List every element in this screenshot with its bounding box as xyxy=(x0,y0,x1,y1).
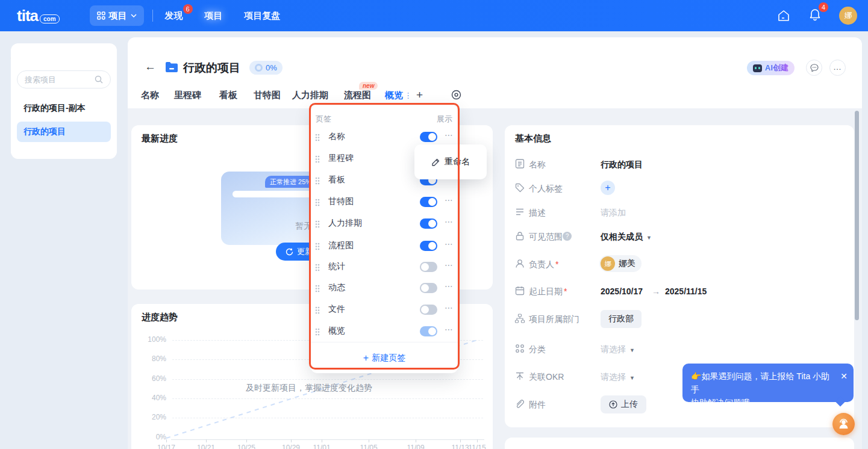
nav-item-project-review[interactable]: 项目复盘 xyxy=(245,10,281,22)
tab-flowchart[interactable]: 流程图 xyxy=(344,90,371,101)
add-tag-button[interactable]: + xyxy=(601,181,615,195)
upload-button[interactable]: 上传 xyxy=(601,395,646,413)
end-date[interactable]: 2025/11/15 xyxy=(665,286,707,296)
search-input[interactable] xyxy=(25,75,91,84)
row-more-button[interactable]: ⋯ xyxy=(445,260,454,270)
row-more-button[interactable]: ⋯ xyxy=(445,324,454,334)
drag-handle-icon[interactable] xyxy=(315,263,320,274)
required-asterisk: * xyxy=(564,286,567,296)
panel-row-label: 看板 xyxy=(328,175,345,185)
tab-overview-menu-icon[interactable]: ⋮ xyxy=(404,91,413,100)
user-avatar[interactable]: 娜 xyxy=(839,7,857,25)
tag-icon xyxy=(514,182,525,193)
tab-milestone[interactable]: 里程碑 xyxy=(174,90,201,101)
vertical-scrollbar[interactable] xyxy=(855,111,859,320)
help-icon[interactable]: ? xyxy=(563,232,572,241)
ai-badge-label: AI创建 xyxy=(765,63,788,73)
project-progress-badge: 0% xyxy=(249,61,283,75)
notifications-button[interactable]: 4 xyxy=(808,7,822,24)
paperclip-icon xyxy=(514,398,525,409)
visibility-value[interactable]: 仅相关成员▼ xyxy=(601,232,652,243)
tab-kanban[interactable]: 看板 xyxy=(219,90,237,101)
show-toggle[interactable] xyxy=(420,197,437,207)
toast-close-button[interactable]: ✕ xyxy=(840,370,848,383)
show-toggle[interactable] xyxy=(420,241,437,251)
info-label-name: 名称 xyxy=(529,159,546,170)
department-pill[interactable]: 行政部 xyxy=(601,310,642,328)
drag-handle-icon[interactable] xyxy=(315,284,320,295)
owner-label-text: 负责人 xyxy=(529,259,554,269)
row-more-button[interactable]: ⋯ xyxy=(445,239,454,249)
folder-icon xyxy=(165,61,178,73)
info-value-name[interactable]: 行政的项目 xyxy=(601,159,643,170)
app-switcher[interactable]: 项目 xyxy=(90,5,144,26)
row-more-button[interactable]: ⋯ xyxy=(445,130,454,140)
row-more-button[interactable]: ⋯ xyxy=(445,303,454,312)
drag-handle-icon[interactable] xyxy=(315,220,320,231)
info-label-attachment: 附件 xyxy=(529,400,546,410)
row-more-button[interactable]: ⋯ xyxy=(445,217,454,226)
latest-progress-title: 最新进度 xyxy=(142,133,178,144)
drag-handle-icon[interactable] xyxy=(315,242,320,253)
add-tab-footer-button[interactable]: + 新建页签 xyxy=(311,342,458,373)
info-label-description: 描述 xyxy=(529,208,546,218)
show-toggle[interactable] xyxy=(420,262,437,272)
assistant-floating-button[interactable] xyxy=(832,413,855,435)
refresh-icon xyxy=(286,248,293,256)
description-placeholder[interactable]: 请添加 xyxy=(601,208,626,218)
start-date[interactable]: 2025/10/17 xyxy=(601,286,643,296)
drag-handle-icon[interactable] xyxy=(315,198,320,209)
row-more-button[interactable]: ⋯ xyxy=(445,281,454,291)
comment-button[interactable] xyxy=(806,60,822,76)
tab-gantt[interactable]: 甘特图 xyxy=(254,90,281,101)
nav-item-discover[interactable]: 发现 6 xyxy=(165,10,183,22)
drag-handle-icon[interactable] xyxy=(315,176,320,187)
category-icon xyxy=(514,343,525,354)
sidebar-item-project-active[interactable]: 行政的项目 xyxy=(17,122,111,142)
nav-item-projects[interactable]: 项目 xyxy=(205,10,223,22)
project-search[interactable] xyxy=(17,70,111,88)
illustration-tooltip: 正常推进 25% xyxy=(265,176,316,188)
sidebar-item-project-copy[interactable]: 行政的项目-副本 xyxy=(23,103,86,114)
add-tab-button[interactable]: + xyxy=(416,88,423,102)
caret-down-icon: ▼ xyxy=(646,235,652,241)
show-toggle[interactable] xyxy=(420,326,437,336)
home-icon[interactable] xyxy=(776,8,791,23)
info-label-dates: 起止日期* xyxy=(529,286,567,297)
more-actions-button[interactable]: … xyxy=(829,60,846,76)
tab-settings-icon[interactable] xyxy=(451,90,461,100)
owner-chip[interactable]: 娜 娜美 xyxy=(599,255,642,272)
panel-row-label: 文件 xyxy=(328,304,345,315)
show-toggle[interactable] xyxy=(420,218,437,229)
panel-row-flowchart: 流程图 ⋯ xyxy=(311,238,458,253)
tab-overview[interactable]: 概览 xyxy=(385,90,403,101)
okr-select[interactable]: 请选择▼ xyxy=(601,372,635,383)
show-toggle[interactable] xyxy=(420,305,437,315)
drag-handle-icon[interactable] xyxy=(315,133,320,144)
row-more-button[interactable]: ⋯ xyxy=(445,195,454,205)
progress-value: 0% xyxy=(266,63,277,72)
tab-name[interactable]: 名称 xyxy=(141,90,159,101)
nav-divider xyxy=(152,10,153,22)
show-toggle[interactable] xyxy=(420,132,437,142)
required-asterisk: * xyxy=(555,259,558,269)
panel-row-workforce: 人力排期 ⋯ xyxy=(311,216,458,231)
category-select[interactable]: 请选择▼ xyxy=(601,344,635,355)
search-icon xyxy=(95,75,103,84)
panel-row-label: 甘特图 xyxy=(328,196,354,207)
top-navbar: tita com 项目 发现 6 项目 项目复盘 4 娜 xyxy=(0,0,868,31)
rename-menu-item[interactable]: 重命名 xyxy=(414,144,487,179)
toast-line1: 👉如果遇到问题，请上报给 Tita 小助手 xyxy=(691,370,835,396)
drag-handle-icon[interactable] xyxy=(315,155,320,166)
app-switcher-label: 项目 xyxy=(109,10,127,22)
tab-workforce[interactable]: 人力排期 xyxy=(292,90,328,101)
ai-create-badge[interactable]: AI创建 xyxy=(747,61,795,75)
drag-handle-icon[interactable] xyxy=(315,306,320,317)
panel-col-show: 展示 xyxy=(437,114,452,125)
drag-handle-icon[interactable] xyxy=(315,327,320,338)
panel-row-label: 人力排期 xyxy=(328,218,362,229)
page-back-button[interactable]: ← xyxy=(145,60,156,73)
chevron-down-icon xyxy=(131,14,137,17)
show-toggle[interactable] xyxy=(420,283,437,293)
tita-logo[interactable]: tita com xyxy=(17,7,60,25)
